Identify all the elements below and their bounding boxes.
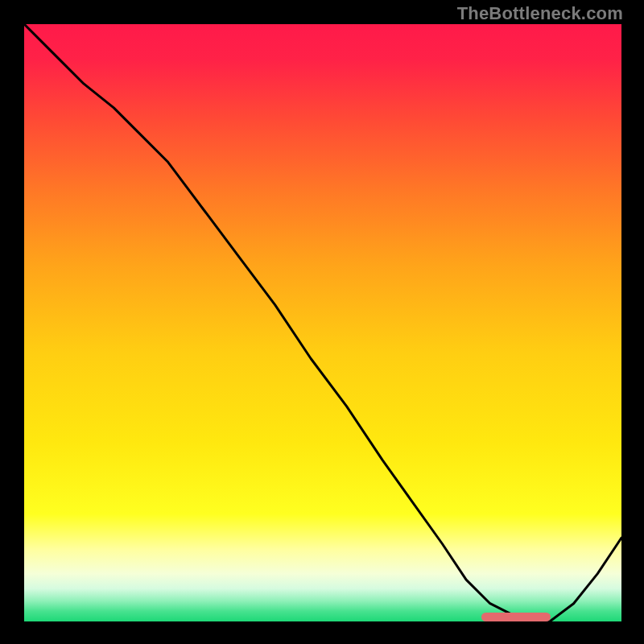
chart-container: TheBottleneck.com — [0, 0, 644, 644]
bottleneck-curve — [24, 24, 621, 621]
optimum-range-marker — [481, 613, 551, 621]
watermark-text: TheBottleneck.com — [457, 3, 623, 24]
curve-layer — [24, 24, 621, 621]
plot-area — [24, 24, 621, 621]
